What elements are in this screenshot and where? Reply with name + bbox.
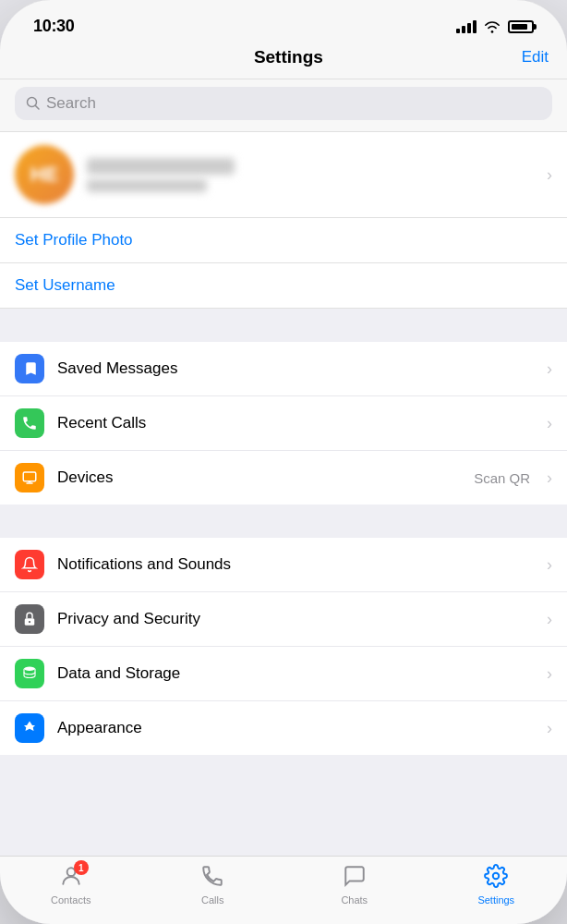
- saved-messages-chevron-icon: ›: [547, 359, 552, 379]
- menu-group-2: Notifications and Sounds › Privacy and S…: [0, 538, 567, 755]
- menu-group-1: Saved Messages › Recent Calls ›: [0, 342, 567, 505]
- svg-rect-3: [29, 481, 31, 483]
- devices-icon: [15, 463, 44, 492]
- content-area: HE › Set Profile Photo Set Username: [0, 132, 567, 856]
- avatar: HE: [15, 145, 74, 204]
- search-placeholder: Search: [46, 94, 96, 113]
- set-username-link[interactable]: Set Username: [15, 276, 115, 294]
- contacts-label: Contacts: [51, 894, 90, 906]
- settings-gear-icon: [484, 864, 508, 888]
- chats-label: Chats: [341, 894, 368, 906]
- chats-icon-wrap: [343, 864, 367, 892]
- tab-bar: 1 Contacts Calls Chats: [0, 856, 567, 924]
- menu-item-recent-calls[interactable]: Recent Calls ›: [0, 396, 567, 451]
- data-icon: [15, 659, 44, 688]
- data-chevron-icon: ›: [547, 664, 552, 684]
- devices-label: Devices: [57, 468, 461, 487]
- contacts-badge: 1: [74, 860, 89, 875]
- saved-messages-label: Saved Messages: [57, 359, 534, 378]
- calls-icon-wrap: [200, 864, 224, 892]
- wifi-icon: [484, 20, 501, 33]
- set-profile-photo-row[interactable]: Set Profile Photo: [0, 218, 567, 263]
- saved-messages-icon: [15, 354, 44, 383]
- contacts-icon-wrap: 1: [59, 864, 83, 892]
- menu-item-saved-messages[interactable]: Saved Messages ›: [0, 342, 567, 396]
- appearance-label: Appearance: [57, 719, 534, 737]
- search-bar-container: Search: [0, 79, 567, 132]
- privacy-icon: [15, 604, 44, 634]
- status-time: 10:30: [33, 17, 75, 36]
- status-icons: [456, 20, 534, 33]
- tab-contacts[interactable]: 1 Contacts: [0, 864, 142, 906]
- recent-calls-chevron-icon: ›: [547, 414, 552, 433]
- notifications-label: Notifications and Sounds: [57, 555, 534, 574]
- profile-row[interactable]: HE ›: [0, 132, 567, 218]
- devices-chevron-icon: ›: [547, 468, 552, 488]
- profile-name: [87, 158, 235, 175]
- tab-calls[interactable]: Calls: [142, 864, 284, 906]
- signal-bars-icon: [456, 20, 477, 33]
- settings-icon-wrap: [484, 864, 508, 892]
- svg-point-6: [24, 667, 35, 672]
- notifications-chevron-icon: ›: [547, 555, 552, 575]
- section-separator-1: [0, 309, 567, 342]
- profile-subtitle: [87, 179, 207, 192]
- menu-item-appearance[interactable]: Appearance ›: [0, 701, 567, 755]
- data-label: Data and Storage: [57, 664, 534, 683]
- profile-chevron-icon: ›: [547, 165, 552, 185]
- tab-settings[interactable]: Settings: [426, 864, 568, 906]
- appearance-icon: [15, 713, 44, 743]
- status-bar: 10:30: [0, 0, 567, 43]
- section-separator-2: [0, 505, 567, 538]
- chats-icon: [343, 864, 367, 888]
- set-username-row[interactable]: Set Username: [0, 263, 567, 309]
- privacy-chevron-icon: ›: [547, 610, 552, 629]
- menu-item-data[interactable]: Data and Storage ›: [0, 647, 567, 701]
- privacy-label: Privacy and Security: [57, 610, 534, 628]
- svg-rect-2: [26, 482, 33, 484]
- search-icon: [26, 96, 41, 111]
- svg-point-5: [29, 621, 30, 623]
- notifications-icon: [15, 550, 44, 579]
- tab-chats[interactable]: Chats: [284, 864, 426, 906]
- settings-label: Settings: [477, 894, 514, 906]
- edit-button[interactable]: Edit: [522, 48, 549, 67]
- search-bar[interactable]: Search: [15, 87, 552, 120]
- phone-shell: 10:30 Settings Edit Search: [0, 0, 567, 924]
- calls-icon: [200, 864, 224, 888]
- set-profile-photo-link[interactable]: Set Profile Photo: [15, 231, 133, 249]
- appearance-chevron-icon: ›: [547, 719, 552, 738]
- menu-item-notifications[interactable]: Notifications and Sounds ›: [0, 538, 567, 592]
- calls-label: Calls: [201, 894, 223, 906]
- svg-rect-1: [23, 472, 36, 481]
- battery-icon: [508, 20, 534, 33]
- menu-item-devices[interactable]: Devices Scan QR ›: [0, 451, 567, 505]
- profile-info: [87, 158, 534, 192]
- svg-point-8: [493, 873, 500, 880]
- page-title: Settings: [254, 47, 323, 67]
- recent-calls-label: Recent Calls: [57, 414, 534, 432]
- devices-sublabel: Scan QR: [474, 470, 530, 486]
- recent-calls-icon: [15, 408, 44, 438]
- menu-item-privacy[interactable]: Privacy and Security ›: [0, 592, 567, 647]
- nav-header: Settings Edit: [0, 43, 567, 79]
